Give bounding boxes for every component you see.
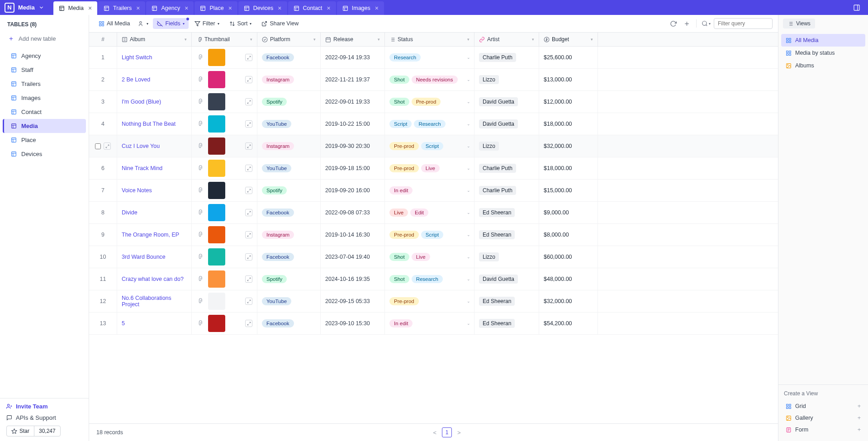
sidebar-item-images[interactable]: Images	[3, 91, 86, 105]
cell-artist[interactable]: David Guetta	[474, 91, 539, 113]
cell-status[interactable]: ShotNeeds revisions ⌄	[385, 69, 474, 90]
cell-status[interactable]: ShotResearch ⌄	[385, 268, 474, 290]
expand-cell[interactable]	[245, 165, 252, 172]
cell-platform[interactable]: Facebook	[257, 202, 321, 223]
add-new-table[interactable]: Add new table	[0, 32, 89, 45]
view-selector[interactable]: All Media	[95, 18, 134, 29]
cell-platform[interactable]: YouTube	[257, 113, 321, 135]
table-row[interactable]: 11 Crazy what love can do? Spotify 2024-…	[89, 268, 778, 290]
github-star[interactable]: Star 30,247	[6, 426, 61, 436]
album-link[interactable]: Voice Notes	[122, 187, 152, 194]
filter-button[interactable]: Filter ▾	[190, 18, 223, 29]
cell-artist[interactable]: Ed Sheeran	[474, 202, 539, 223]
album-link[interactable]: Cuz I Love You	[122, 143, 160, 149]
reload-button[interactable]	[667, 18, 679, 29]
tab-contact[interactable]: Contact ×	[288, 1, 336, 15]
table-row[interactable]: 3 I'm Good (Blue) Spotify 2022-09-01 19:…	[89, 91, 778, 113]
col-album[interactable]: Album▾	[117, 33, 192, 46]
cell-thumbnail[interactable]	[192, 246, 257, 268]
expand-cell[interactable]	[245, 54, 252, 61]
close-icon[interactable]: ×	[88, 5, 92, 12]
cell-status[interactable]: ScriptResearch ⌄	[385, 113, 474, 135]
expand-cell[interactable]	[245, 142, 252, 150]
cell-platform[interactable]: Spotify	[257, 268, 321, 290]
table-row[interactable]: 10 3rd Ward Bounce Facebook 2023-07-04 1…	[89, 246, 778, 268]
album-link[interactable]: 3rd Ward Bounce	[122, 254, 166, 260]
create-view-grid[interactable]: Grid +	[784, 400, 863, 412]
cell-album[interactable]: 3rd Ward Bounce	[117, 246, 192, 268]
cell-platform[interactable]: Instagram	[257, 224, 321, 246]
cell-release[interactable]: 2024-10-16 19:35	[321, 268, 385, 290]
cell-budget[interactable]: $32,000.00	[539, 290, 598, 312]
cell-budget[interactable]: $12,000.00	[539, 91, 598, 113]
cell-artist[interactable]: Charlie Puth	[474, 180, 539, 201]
table-row[interactable]: 13 5 Facebook 2023-09-10 15:30 In edit ⌄…	[89, 313, 778, 335]
cell-artist[interactable]: Ed Sheeran	[474, 313, 539, 334]
album-link[interactable]: No.6 Collaborations Project	[122, 295, 187, 308]
expand-cell[interactable]	[245, 253, 252, 261]
expand-cell[interactable]	[245, 320, 252, 327]
view-item[interactable]: All Media	[781, 34, 865, 47]
app-switcher[interactable]: N Media	[5, 0, 53, 15]
add-row-button[interactable]	[681, 18, 693, 29]
expand-cell[interactable]	[245, 275, 252, 283]
expand-cell[interactable]	[245, 298, 252, 305]
sidebar-item-contact[interactable]: Contact	[3, 105, 86, 119]
sidebar-item-media[interactable]: Media	[3, 119, 86, 133]
cell-release[interactable]: 2019-09-20 16:00	[321, 180, 385, 201]
cell-release[interactable]: 2019-10-14 16:30	[321, 224, 385, 246]
cell-thumbnail[interactable]	[192, 268, 257, 290]
cell-platform[interactable]: YouTube	[257, 290, 321, 312]
cell-budget[interactable]: $18,000.00	[539, 157, 598, 179]
expand-cell[interactable]	[245, 209, 252, 216]
search-input[interactable]	[714, 18, 773, 29]
sidebar-toggle-icon[interactable]	[852, 3, 862, 13]
sidebar-item-trailers[interactable]: Trailers	[3, 77, 86, 91]
tab-devices[interactable]: Devices ×	[238, 1, 287, 15]
cell-status[interactable]: Pre-prodScript ⌄	[385, 135, 474, 157]
row-checkbox[interactable]	[95, 143, 101, 149]
cell-platform[interactable]: YouTube	[257, 157, 321, 179]
cell-budget[interactable]: $13,000.00	[539, 69, 598, 90]
album-link[interactable]: Nothing But The Beat	[122, 121, 175, 127]
album-link[interactable]: The Orange Room, EP	[122, 232, 179, 238]
view-item[interactable]: Albums	[781, 59, 865, 72]
cell-thumbnail[interactable]	[192, 135, 257, 157]
cell-artist[interactable]: Ed Sheeran	[474, 290, 539, 312]
cell-status[interactable]: Pre-prodScript ⌄	[385, 224, 474, 246]
album-link[interactable]: 5	[122, 320, 125, 327]
cell-platform[interactable]: Spotify	[257, 180, 321, 201]
expand-cell[interactable]	[245, 76, 252, 83]
cell-album[interactable]: Light Switch	[117, 47, 192, 68]
cell-album[interactable]: Divide	[117, 202, 192, 223]
close-icon[interactable]: ×	[327, 5, 331, 12]
cell-album[interactable]: Cuz I Love You	[117, 135, 192, 157]
cell-release[interactable]: 2022-09-15 05:33	[321, 290, 385, 312]
cell-release[interactable]: 2019-10-22 15:00	[321, 113, 385, 135]
cell-album[interactable]: Voice Notes	[117, 180, 192, 201]
cell-artist[interactable]: David Guetta	[474, 113, 539, 135]
close-icon[interactable]: ×	[136, 5, 140, 12]
cell-thumbnail[interactable]	[192, 224, 257, 246]
cell-artist[interactable]: David Guetta	[474, 268, 539, 290]
album-link[interactable]: Crazy what love can do?	[122, 276, 184, 282]
cell-thumbnail[interactable]	[192, 113, 257, 135]
cell-artist[interactable]: Lizzo	[474, 69, 539, 90]
cell-release[interactable]: 2019-09-18 15:00	[321, 157, 385, 179]
cell-status[interactable]: Research ⌄	[385, 47, 474, 68]
cell-release[interactable]: 2019-09-30 20:30	[321, 135, 385, 157]
cell-status[interactable]: In edit ⌄	[385, 180, 474, 201]
cell-budget[interactable]: $32,000.00	[539, 135, 598, 157]
apis-support[interactable]: APIs & Support	[6, 414, 82, 421]
tab-media[interactable]: Media ×	[53, 1, 97, 15]
cell-thumbnail[interactable]	[192, 202, 257, 223]
col-status[interactable]: Status▾	[385, 33, 474, 46]
album-link[interactable]: Light Switch	[122, 54, 152, 61]
cell-status[interactable]: Pre-prodLive ⌄	[385, 157, 474, 179]
cell-platform[interactable]: Spotify	[257, 91, 321, 113]
close-icon[interactable]: ×	[278, 5, 281, 12]
tab-place[interactable]: Place ×	[194, 1, 237, 15]
cell-artist[interactable]: Charlie Puth	[474, 157, 539, 179]
cell-album[interactable]: 5	[117, 313, 192, 334]
table-row[interactable]: 8 Divide Facebook 2022-09-08 07:33 LiveE…	[89, 202, 778, 224]
